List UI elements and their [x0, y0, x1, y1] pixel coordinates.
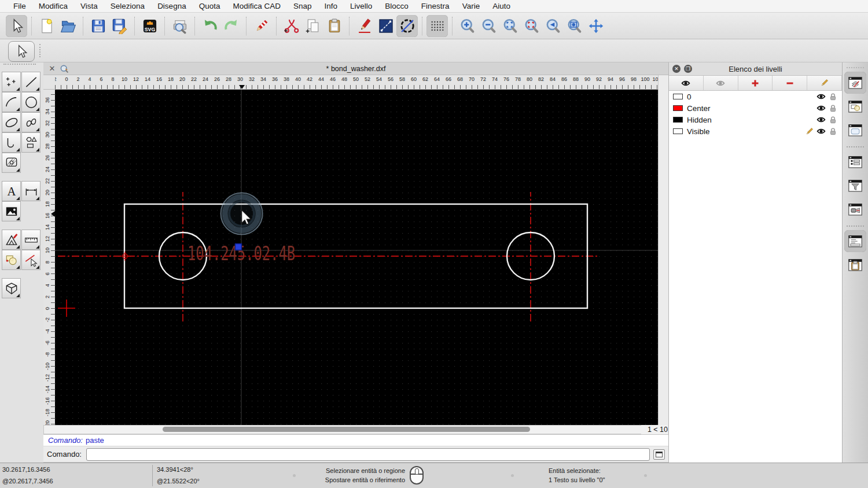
save-button[interactable]	[87, 15, 109, 37]
dock-status-widget-button[interactable]	[844, 198, 866, 220]
paste-button[interactable]	[323, 15, 345, 37]
tool-polygon-button[interactable]	[21, 132, 41, 153]
menu-quota[interactable]: Quota	[193, 0, 227, 13]
tool-text-button[interactable]: A	[2, 181, 21, 201]
undo-icon	[202, 18, 218, 34]
hide-all-layers-button[interactable]	[704, 76, 738, 90]
drawing-canvas[interactable]: 104.245.02.4B	[55, 90, 658, 425]
redo-button[interactable]	[220, 15, 242, 37]
tool-measure-button[interactable]	[21, 230, 41, 250]
print-preview-button[interactable]	[169, 15, 190, 37]
dock-layers-icon	[847, 74, 864, 91]
menu-varie[interactable]: Varie	[456, 0, 487, 13]
add-layer-button[interactable]	[738, 76, 773, 90]
scrollbar-thumb[interactable]	[163, 427, 530, 432]
dock-library-browser-button[interactable]	[844, 119, 866, 141]
menu-snap[interactable]: Snap	[287, 0, 318, 13]
ruler-label: 30	[236, 76, 245, 82]
ruler-label: 2	[73, 76, 83, 82]
layer-row-visible[interactable]: Visible	[669, 125, 842, 137]
flyout-indicator	[16, 168, 20, 172]
document-title: * bond_washer.dxf	[43, 65, 668, 73]
tool-line-button[interactable]	[21, 72, 41, 92]
menu-blocco[interactable]: Blocco	[378, 0, 415, 13]
layer-row-hidden[interactable]: Hidden	[669, 114, 842, 125]
tool-hatch-button[interactable]	[2, 153, 21, 173]
menu-modifica-cad[interactable]: Modifica CAD	[226, 0, 287, 13]
zoom-selection-icon	[524, 18, 540, 34]
tool-ellipse-button[interactable]	[2, 112, 21, 132]
tool-modify-button[interactable]	[2, 230, 21, 250]
delete-button[interactable]	[251, 15, 272, 37]
command-input[interactable]	[86, 448, 650, 461]
menu-seleziona[interactable]: Seleziona	[104, 0, 151, 13]
menu-aiuto[interactable]: Aiuto	[486, 0, 517, 13]
main-toolbar: SVG	[0, 13, 868, 39]
zoom-selection-button[interactable]	[521, 15, 542, 37]
tool-arc-button[interactable]	[2, 92, 21, 112]
save-as-button[interactable]	[109, 15, 130, 37]
edit-layer-button[interactable]	[807, 76, 842, 90]
command-popup-button[interactable]	[653, 449, 665, 460]
show-all-layers-button[interactable]	[669, 76, 704, 90]
menu-file[interactable]: File	[7, 0, 32, 13]
layer-row-0[interactable]: 0	[669, 91, 842, 102]
dock-clipboard-widget-button[interactable]	[844, 254, 866, 276]
tool-dimension-button[interactable]	[21, 181, 41, 201]
svg-text:A: A	[7, 185, 16, 198]
zoom-window-button[interactable]	[564, 15, 585, 37]
cut-button[interactable]	[281, 15, 302, 37]
layer-panel-header: ✕ ❐ Elenco dei livelli	[669, 62, 842, 76]
remove-layer-button[interactable]	[773, 76, 807, 90]
tool-polyline-button[interactable]	[2, 132, 21, 153]
tool-spline-button[interactable]	[21, 112, 41, 132]
dock-entity-filter-button[interactable]	[844, 175, 866, 197]
ruler-label: 94	[606, 76, 615, 82]
tool-circle-button[interactable]	[21, 92, 41, 112]
text-insertion-handle[interactable]	[236, 244, 242, 250]
zoom-in-icon	[459, 18, 476, 34]
dock-layer-list-button[interactable]	[844, 72, 866, 94]
dock-command-widget-button[interactable]	[844, 230, 866, 252]
ruler-label: 18	[166, 76, 175, 82]
tool-points-button[interactable]	[2, 72, 21, 92]
zoom-auto-button[interactable]	[499, 15, 521, 37]
vertical-scrollbar[interactable]	[658, 75, 668, 425]
line-normal-button[interactable]	[375, 15, 396, 37]
line-tool-icon	[378, 18, 394, 34]
layer-row-center[interactable]: Center	[669, 102, 842, 114]
ruler-label: 68	[455, 76, 465, 82]
pen-edit-button[interactable]	[354, 15, 375, 37]
ruler-label: 64	[432, 76, 442, 82]
tool-image-button[interactable]	[2, 201, 21, 221]
tool-box3d-button[interactable]	[2, 278, 21, 298]
tool-modify-select-button[interactable]	[21, 250, 41, 270]
undo-button[interactable]	[199, 15, 220, 37]
dock-block-list-button[interactable]	[844, 95, 866, 117]
menu-vista[interactable]: Vista	[74, 0, 104, 13]
copy-button[interactable]	[302, 15, 323, 37]
pan-button[interactable]	[585, 15, 606, 37]
zoom-previous-button[interactable]	[542, 15, 564, 37]
construction-line-button[interactable]	[396, 15, 418, 37]
horizontal-scrollbar[interactable]	[43, 425, 645, 434]
tool-explode-button[interactable]	[2, 250, 21, 270]
dock-entity-list-button[interactable]	[844, 151, 866, 173]
grid-toggle-button[interactable]	[426, 15, 448, 37]
new-button[interactable]	[36, 15, 57, 37]
svg-export-button[interactable]: SVG	[139, 15, 160, 37]
selection-tool-button[interactable]	[8, 41, 35, 62]
open-button[interactable]	[57, 15, 79, 37]
menu-info[interactable]: Info	[318, 0, 344, 13]
menu-disegna[interactable]: Disegna	[151, 0, 193, 13]
eye-icon	[816, 103, 826, 113]
mouse-hint-icon	[410, 466, 424, 485]
menu-livello[interactable]: Livello	[344, 0, 378, 13]
dock-library-icon	[847, 121, 864, 139]
zoom-in-button[interactable]	[457, 15, 478, 37]
ruler-label: 18	[45, 198, 50, 210]
zoom-out-button[interactable]	[478, 15, 499, 37]
menu-finestra[interactable]: Finestra	[415, 0, 456, 13]
select-button[interactable]	[6, 15, 27, 37]
menu-modifica[interactable]: Modifica	[32, 0, 74, 13]
